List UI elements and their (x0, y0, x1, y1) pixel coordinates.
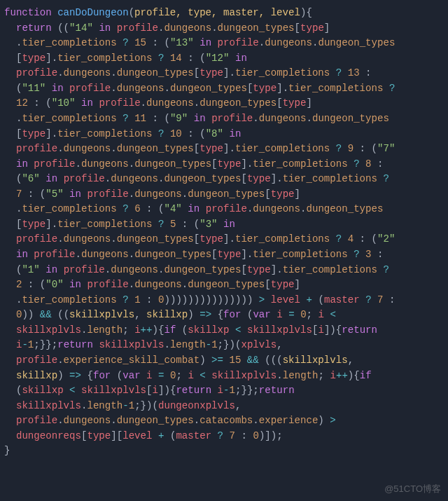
fn-name: canDoDungeon (57, 7, 129, 18)
kw-function: function (4, 7, 52, 18)
watermark: @51CTO博客 (384, 483, 441, 495)
code-block: function canDoDungeon(profile, type, mas… (0, 0, 448, 465)
